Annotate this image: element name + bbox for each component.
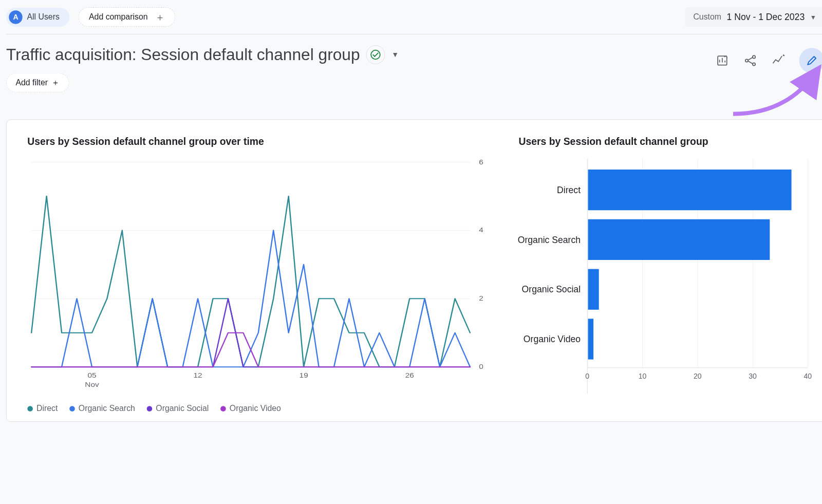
- bar-category-label: Direct: [518, 165, 587, 215]
- edit-button[interactable]: [799, 48, 822, 73]
- line-chart-block: Users by Session default channel group o…: [27, 136, 500, 413]
- add-comparison-chip[interactable]: Add comparison ＋: [79, 7, 175, 27]
- legend-swatch: [147, 406, 153, 412]
- bar-x-tick-label: 10: [639, 372, 647, 381]
- date-range-picker[interactable]: Custom 1 Nov - 1 Dec 2023 ▼: [685, 7, 822, 27]
- insights-icon[interactable]: [771, 53, 786, 68]
- charts-card: Users by Session default channel group o…: [6, 119, 822, 422]
- line-chart[interactable]: 024605121926Nov: [27, 159, 500, 394]
- bar-x-tick-label: 20: [694, 372, 702, 381]
- legend-swatch: [27, 406, 33, 412]
- line-chart-title: Users by Session default channel group o…: [27, 136, 499, 148]
- bar[interactable]: [588, 269, 599, 310]
- svg-text:19: 19: [300, 372, 308, 380]
- legend-swatch: [69, 406, 75, 412]
- bar-category-label: Organic Video: [518, 314, 587, 364]
- share-icon[interactable]: [743, 53, 757, 68]
- pencil-icon: [806, 54, 818, 66]
- bar-chart[interactable]: DirectOrganic SearchOrganic SocialOrgani…: [518, 159, 808, 394]
- bar-x-tick-label: 30: [749, 372, 757, 381]
- svg-point-1: [753, 55, 755, 58]
- segment-a-badge: A: [9, 10, 22, 24]
- bar[interactable]: [588, 319, 593, 359]
- legend-item[interactable]: Organic Video: [220, 404, 281, 413]
- bar-category-label: Organic Search: [518, 215, 587, 265]
- svg-text:Nov: Nov: [85, 381, 99, 388]
- svg-point-3: [753, 63, 755, 65]
- svg-text:4: 4: [479, 227, 483, 234]
- line-chart-legend: DirectOrganic SearchOrganic SocialOrgani…: [27, 394, 500, 413]
- bar-x-tick-label: 40: [804, 372, 812, 381]
- bar-category-label: Organic Social: [518, 265, 587, 314]
- legend-label: Organic Search: [79, 404, 135, 413]
- bar[interactable]: [588, 170, 792, 210]
- top-bar: A All Users Add comparison ＋ Custom 1 No…: [6, 0, 822, 34]
- legend-item[interactable]: Organic Social: [147, 404, 209, 413]
- legend-item[interactable]: Organic Search: [69, 404, 135, 413]
- check-circle-icon: [371, 50, 381, 60]
- plus-icon: ＋: [51, 77, 60, 88]
- svg-text:6: 6: [479, 159, 483, 165]
- status-check-button[interactable]: [366, 45, 385, 64]
- legend-item[interactable]: Direct: [27, 404, 58, 413]
- svg-text:2: 2: [479, 294, 483, 302]
- bar-x-tick-label: 0: [585, 372, 589, 381]
- svg-text:05: 05: [87, 372, 96, 380]
- svg-point-2: [745, 59, 748, 62]
- add-filter-chip[interactable]: Add filter ＋: [6, 73, 69, 92]
- customize-report-icon[interactable]: [715, 53, 730, 68]
- legend-label: Direct: [36, 404, 58, 413]
- date-custom-label: Custom: [693, 12, 721, 22]
- bar[interactable]: [588, 219, 770, 260]
- add-filter-label: Add filter: [15, 78, 48, 87]
- legend-swatch: [220, 406, 226, 412]
- bar-chart-block: Users by Session default channel group D…: [518, 136, 808, 413]
- all-users-label: All Users: [27, 12, 59, 22]
- svg-text:26: 26: [405, 372, 414, 380]
- svg-text:12: 12: [194, 372, 202, 380]
- all-users-chip[interactable]: A All Users: [6, 8, 69, 27]
- title-dropdown-chevron-icon[interactable]: ▼: [391, 51, 399, 59]
- title-bar: Traffic acquisition: Session default cha…: [6, 34, 822, 98]
- chevron-down-icon: ▼: [810, 13, 816, 21]
- svg-text:0: 0: [479, 363, 483, 370]
- bar-chart-title: Users by Session default channel group: [519, 136, 808, 148]
- page-title: Traffic acquisition: Session default cha…: [6, 45, 360, 64]
- add-comparison-label: Add comparison: [89, 12, 147, 22]
- title-action-bar: [715, 45, 822, 73]
- date-range-label: 1 Nov - 1 Dec 2023: [727, 12, 805, 22]
- legend-label: Organic Video: [230, 404, 281, 413]
- legend-label: Organic Social: [156, 404, 209, 413]
